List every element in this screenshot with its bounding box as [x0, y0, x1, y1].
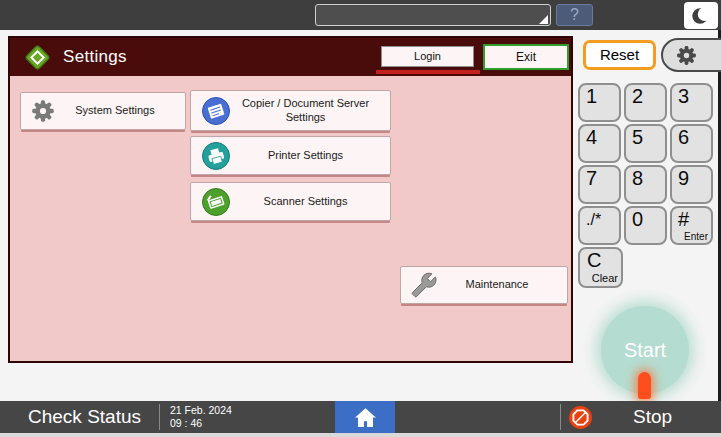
key-dot-slash-star[interactable]: ./*	[578, 206, 621, 245]
scanner-icon	[201, 187, 231, 217]
start-indicator-light	[638, 372, 651, 399]
maintenance-button[interactable]: Maintenance	[400, 266, 568, 304]
bottom-status-bar: Check Status 21 Feb. 2024 09 : 46 Stop	[0, 401, 721, 433]
time-text: 09 : 46	[170, 417, 232, 430]
system-settings-label: System Settings	[55, 104, 185, 118]
home-button[interactable]	[335, 401, 395, 433]
crescent-moon-icon	[690, 5, 712, 27]
status-input-corner-handle	[539, 15, 548, 24]
clear-key[interactable]: C Clear	[578, 247, 623, 288]
key-7[interactable]: 7	[578, 165, 621, 204]
key-hash-enter[interactable]: # Enter	[670, 206, 713, 245]
key-6[interactable]: 6	[670, 124, 713, 163]
gear-icon	[676, 45, 697, 66]
top-status-bar: ?	[0, 0, 721, 30]
start-label: Start	[624, 339, 666, 362]
printer-icon	[201, 141, 231, 171]
stop-octagon-icon	[568, 405, 593, 430]
key-0[interactable]: 0	[624, 206, 667, 245]
key-3[interactable]: 3	[670, 83, 713, 122]
key-1[interactable]: 1	[578, 83, 621, 122]
settings-panel: Settings Login Exit	[8, 36, 573, 363]
home-icon	[353, 405, 378, 430]
date-text: 21 Feb. 2024	[170, 404, 232, 417]
key-2[interactable]: 2	[624, 83, 667, 122]
date-time-display: 21 Feb. 2024 09 : 46	[170, 404, 232, 430]
settings-panel-header: Settings Login Exit	[10, 38, 571, 76]
copier-document-server-settings-button[interactable]: Copier / Document ServerSettings	[190, 90, 391, 131]
key-5[interactable]: 5	[624, 124, 667, 163]
copier-document-icon	[201, 96, 231, 126]
energy-saver-button[interactable]	[684, 2, 718, 29]
stop-label: Stop	[633, 406, 672, 428]
bottom-bar-divider	[159, 404, 160, 430]
green-diamond-settings-icon	[24, 44, 51, 71]
reset-button[interactable]: Reset	[583, 40, 656, 70]
maintenance-label: Maintenance	[437, 278, 567, 292]
help-button[interactable]: ?	[556, 4, 593, 26]
scanner-settings-label: Scanner Settings	[231, 195, 390, 209]
status-message-input[interactable]	[315, 4, 551, 26]
page-title: Settings	[63, 47, 127, 67]
login-button[interactable]: Login	[381, 46, 474, 67]
login-active-underline	[376, 70, 480, 74]
numeric-keypad: 1 2 3 4 5 6 7 8 9 ./* 0 # Enter	[578, 83, 713, 245]
exit-button[interactable]: Exit	[483, 44, 569, 70]
screen-bottom-bezel-edge	[0, 433, 721, 437]
wrench-icon	[411, 272, 437, 298]
key-9[interactable]: 9	[670, 165, 713, 204]
scanner-settings-button[interactable]: Scanner Settings	[190, 182, 391, 221]
system-settings-button[interactable]: System Settings	[20, 92, 186, 130]
bottom-bar-divider	[560, 404, 561, 430]
stop-button[interactable]: Stop	[568, 401, 672, 433]
question-mark-icon: ?	[570, 6, 579, 23]
printer-settings-label: Printer Settings	[231, 149, 390, 163]
enter-sublabel: Enter	[684, 231, 708, 242]
key-4[interactable]: 4	[578, 124, 621, 163]
key-8[interactable]: 8	[624, 165, 667, 204]
tools-pill-button[interactable]	[661, 38, 721, 72]
device-screen: ? Settings Login Exit	[0, 0, 721, 437]
copier-settings-label: Copier / Document ServerSettings	[231, 97, 390, 125]
clear-sublabel: Clear	[592, 272, 618, 284]
printer-settings-button[interactable]: Printer Settings	[190, 136, 391, 175]
gear-icon	[31, 99, 55, 123]
check-status-button[interactable]: Check Status	[28, 406, 141, 428]
